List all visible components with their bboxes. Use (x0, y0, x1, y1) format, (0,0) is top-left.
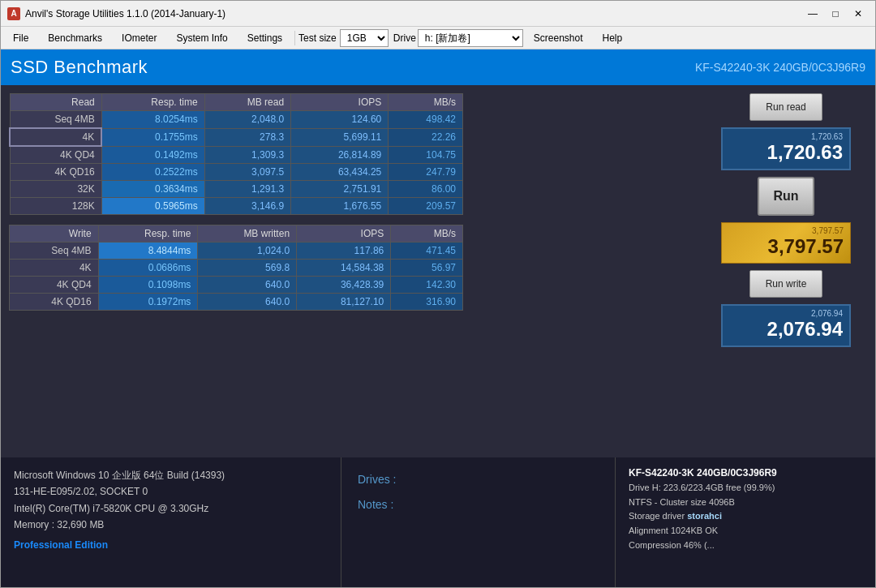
minimize-button[interactable]: — (802, 5, 823, 23)
pro-edition-link[interactable]: Professional Edition (14, 537, 328, 553)
resp-time-write-col-header: Resp. time (98, 225, 198, 242)
footer-compression: Compression 46% (... (629, 539, 862, 553)
menu-screenshot[interactable]: Screenshot (525, 29, 592, 47)
app-header: SSD Benchmark KF-S42240-3K 240GB/0C3J96R… (1, 49, 875, 85)
title-bar-controls: — □ ✕ (802, 5, 869, 23)
iops-read-col-header: IOPS (291, 94, 389, 111)
sys-info-line-4: Memory : 32,690 MB (14, 517, 328, 533)
menu-file[interactable]: File (4, 29, 37, 47)
menu-separator (294, 31, 295, 45)
footer-right: KF-S42240-3K 240GB/0C3J96R9 Drive H: 223… (616, 457, 875, 587)
title-bar: A Anvil's Storage Utilities 1.1.0 (2014-… (1, 1, 875, 27)
footer-storage-driver: Storage driver storahci (629, 509, 862, 524)
table-row: 4K QD4 0.1098ms 640.0 36,428.39 142.30 (10, 277, 463, 294)
table-row: Seq 4MB 8.4844ms 1,024.0 117.86 471.45 (10, 242, 463, 260)
read-score-value: 1,720.63 (729, 141, 843, 164)
app-icon: A (7, 7, 20, 20)
notes-label: Notes : (358, 492, 599, 517)
mb-read-col-header: MB read (204, 94, 290, 111)
write-score-value: 2,076.94 (729, 318, 843, 341)
run-button[interactable]: Run (758, 177, 814, 216)
table-row: 4K QD16 0.1972ms 640.0 81,127.10 316.90 (10, 294, 463, 311)
sys-info-line-3: Intel(R) Core(TM) i7-5820K CPU @ 3.30GHz (14, 500, 328, 517)
footer-alignment: Alignment 1024KB OK (629, 524, 862, 539)
footer: Microsoft Windows 10 企业版 64位 Build (1439… (1, 457, 875, 587)
test-size-select[interactable]: 1GB 100MB 4GB (340, 29, 389, 47)
drive-id: KF-S42240-3K 240GB/0C3J96R9 (695, 61, 865, 74)
read-col-header: Read (10, 94, 101, 111)
table-row: 4K QD4 0.1492ms 1,309.3 26,814.89 104.75 (10, 146, 463, 164)
menu-settings[interactable]: Settings (238, 29, 291, 47)
footer-drive-name: KF-S42240-3K 240GB/0C3J96R9 (629, 466, 862, 481)
total-score-box: 3,797.57 3,797.57 (721, 222, 851, 264)
write-col-header: Write (10, 225, 99, 242)
write-score-label: 2,076.94 (729, 309, 843, 318)
footer-left: Microsoft Windows 10 企业版 64位 Build (1439… (1, 457, 341, 587)
mb-written-col-header: MB written (198, 225, 297, 242)
footer-drive-ntfs: NTFS - Cluster size 4096B (629, 496, 862, 510)
table-row: 4K QD16 0.2522ms 3,097.5 63,434.25 247.7… (10, 164, 463, 181)
menu-help[interactable]: Help (594, 29, 632, 47)
app-title: SSD Benchmark (11, 57, 148, 78)
mbs-read-col-header: MB/s (389, 94, 463, 111)
iops-write-col-header: IOPS (297, 225, 391, 242)
main-content: Read Resp. time MB read IOPS MB/s Seq 4M… (1, 85, 875, 457)
drive-label: Drive (393, 32, 416, 44)
test-size-group: Test size 1GB 100MB 4GB (298, 29, 389, 47)
table-row: 4K 0.0686ms 569.8 14,584.38 56.97 (10, 260, 463, 277)
table-row: 32K 0.3634ms 1,291.3 2,751.91 86.00 (10, 181, 463, 198)
total-score-value: 3,797.57 (728, 235, 844, 258)
close-button[interactable]: ✕ (848, 5, 869, 23)
maximize-button[interactable]: □ (825, 5, 846, 23)
run-read-button[interactable]: Run read (749, 93, 822, 121)
drives-label: Drives : (358, 467, 599, 492)
write-score-box: 2,076.94 2,076.94 (721, 304, 851, 347)
menu-benchmarks[interactable]: Benchmarks (39, 29, 111, 47)
mbs-write-col-header: MB/s (391, 225, 463, 242)
read-score-box: 1,720.63 1,720.63 (721, 127, 851, 170)
read-score-label: 1,720.63 (729, 132, 843, 141)
run-write-button[interactable]: Run write (749, 270, 822, 298)
write-table: Write Resp. time MB written IOPS MB/s Se… (9, 225, 463, 311)
total-score-label: 3,797.57 (728, 226, 844, 235)
footer-drive-free: Drive H: 223.6/223.4GB free (99.9%) (629, 481, 862, 496)
drive-select[interactable]: h: [新加卷] (418, 29, 523, 47)
menu-iometer[interactable]: IOmeter (113, 29, 165, 47)
sys-info-line-1: Microsoft Windows 10 企业版 64位 Build (1439… (14, 467, 328, 483)
footer-center: Drives : Notes : (341, 457, 616, 587)
sys-info-line-2: 131-HE-E095/2.02, SOCKET 0 (14, 483, 328, 500)
resp-time-col-header: Resp. time (101, 94, 204, 111)
app-window: A Anvil's Storage Utilities 1.1.0 (2014-… (0, 0, 876, 588)
table-row: Seq 4MB 8.0254ms 2,048.0 124.60 498.42 (10, 111, 463, 129)
tables-section: Read Resp. time MB read IOPS MB/s Seq 4M… (9, 93, 697, 449)
menu-bar: File Benchmarks IOmeter System Info Sett… (1, 27, 875, 49)
controls-section: Run read 1,720.63 1,720.63 Run 3,797.57 … (705, 93, 867, 449)
table-row: 128K 0.5965ms 3,146.9 1,676.55 209.57 (10, 198, 463, 215)
test-size-label: Test size (298, 32, 337, 44)
title-bar-text: Anvil's Storage Utilities 1.1.0 (2014-Ja… (25, 8, 802, 19)
read-table: Read Resp. time MB read IOPS MB/s Seq 4M… (9, 93, 463, 215)
menu-sysinfo[interactable]: System Info (167, 29, 236, 47)
table-row: 4K 0.1755ms 278.3 5,699.11 22.26 (10, 128, 463, 146)
